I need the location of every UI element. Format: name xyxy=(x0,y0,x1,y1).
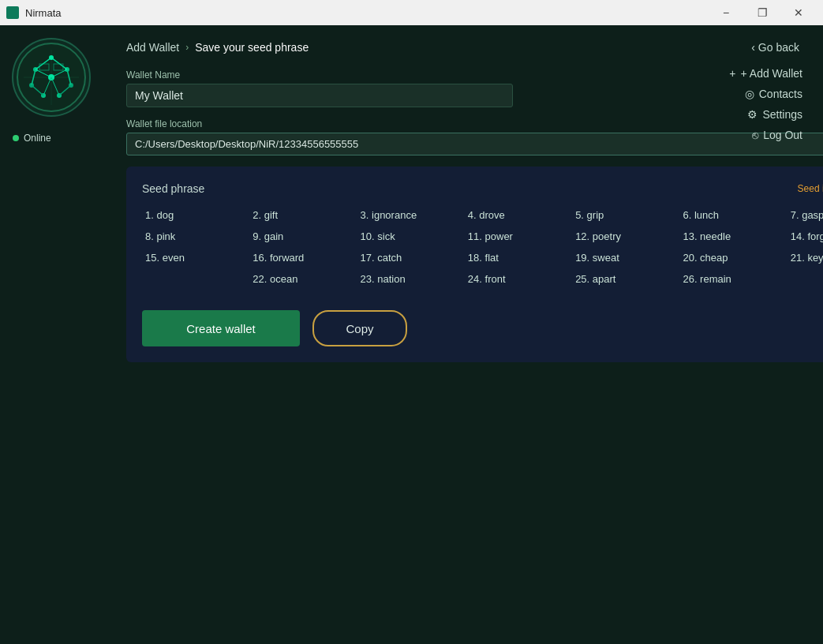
seed-word: 23. nation xyxy=(357,271,462,286)
seed-word: 2. gift xyxy=(249,208,354,223)
seed-word: 6. lunch xyxy=(679,208,784,223)
seed-word: 13. needle xyxy=(679,229,784,244)
logout-icon: ⎋ xyxy=(752,129,758,141)
seed-word xyxy=(787,271,823,286)
breadcrumb-current: Save your seed phrase xyxy=(195,41,309,54)
seed-word: 10. sick xyxy=(357,229,462,244)
seed-word: 9. gain xyxy=(249,229,354,244)
seed-word: 8. pink xyxy=(142,229,246,244)
gear-icon: ⚙ xyxy=(747,108,758,121)
add-wallet-label: + Add Wallet xyxy=(741,67,802,80)
wallet-name-group: Wallet Name xyxy=(126,69,799,107)
seed-word: 16. forward xyxy=(249,250,354,265)
go-back-label: Go back xyxy=(758,41,799,54)
seed-word: 3. ignorance xyxy=(357,208,462,223)
seed-word: 22. ocean xyxy=(249,271,354,286)
sidebar: Online xyxy=(0,25,103,644)
status-dot xyxy=(13,135,19,141)
copy-button[interactable]: Copy xyxy=(312,310,407,346)
seed-word: 4. drove xyxy=(465,208,569,223)
seed-word: 1. dog xyxy=(142,208,246,223)
title-bar-controls: − ❐ ✕ xyxy=(708,0,817,25)
seed-word: 18. flat xyxy=(465,250,569,265)
buttons-row: Create wallet Copy xyxy=(142,310,823,346)
logo-svg xyxy=(16,42,87,113)
seed-word: 26. remain xyxy=(679,271,784,286)
seed-unsecured-badge: Seed is unsecured 🔒 xyxy=(798,183,823,195)
app-title: Nirmata xyxy=(25,7,62,19)
title-bar: Nirmata − ❐ ✕ xyxy=(0,0,823,25)
settings-nav[interactable]: ⚙ Settings xyxy=(743,106,807,123)
seed-word: 11. power xyxy=(465,229,569,244)
seed-word: 21. key xyxy=(787,250,823,265)
settings-label: Settings xyxy=(762,108,802,121)
title-bar-left: Nirmata xyxy=(6,6,62,19)
app-body: Online + + Add Wallet ◎ Contacts ⚙ Setti… xyxy=(0,25,823,644)
seed-word: 12. poetry xyxy=(572,229,676,244)
contacts-nav[interactable]: ◎ Contacts xyxy=(740,85,807,103)
file-location-label: Wallet file location xyxy=(126,118,799,129)
seed-word: 17. catch xyxy=(357,250,462,265)
add-wallet-nav[interactable]: + + Add Wallet xyxy=(724,65,807,82)
seed-word xyxy=(142,271,246,286)
close-button[interactable]: ✕ xyxy=(780,0,817,25)
seed-phrase-box: Seed phrase Seed is unsecured 🔒 1. dog2.… xyxy=(126,167,823,362)
seed-word: 19. sweat xyxy=(572,250,676,265)
seed-unsecured-label: Seed is unsecured xyxy=(798,183,823,194)
status-label: Online xyxy=(24,133,51,144)
seed-word: 15. even xyxy=(142,250,246,265)
seed-word: 24. front xyxy=(465,271,569,286)
seed-phrase-title: Seed phrase xyxy=(142,182,204,195)
app-icon xyxy=(6,6,19,19)
maximize-button[interactable]: ❐ xyxy=(744,0,780,25)
add-icon: + xyxy=(729,67,735,80)
breadcrumb: Add Wallet › Save your seed phrase ‹ Go … xyxy=(126,41,799,54)
create-wallet-button[interactable]: Create wallet xyxy=(142,310,300,346)
top-nav: + + Add Wallet ◎ Contacts ⚙ Settings ⎋ L… xyxy=(724,65,807,144)
file-location-group: Wallet file location xyxy=(126,118,799,155)
seed-word: 25. apart xyxy=(572,271,676,286)
online-status: Online xyxy=(0,129,64,147)
logout-label: Log Out xyxy=(763,129,802,141)
logo-container xyxy=(12,38,91,117)
seed-words-grid: 1. dog2. gift3. ignorance4. drove5. grip… xyxy=(142,208,823,286)
file-location-input[interactable] xyxy=(126,133,823,155)
go-back-button[interactable]: ‹ Go back xyxy=(751,41,799,54)
seed-word: 14. forgive xyxy=(787,229,823,244)
contacts-label: Contacts xyxy=(759,88,802,100)
contacts-icon: ◎ xyxy=(745,88,754,100)
wallet-name-label: Wallet Name xyxy=(126,69,799,80)
wallet-name-input[interactable] xyxy=(126,84,513,107)
breadcrumb-parent[interactable]: Add Wallet xyxy=(126,41,179,54)
back-chevron-icon: ‹ xyxy=(751,41,755,54)
logout-nav[interactable]: ⎋ Log Out xyxy=(747,126,807,144)
minimize-button[interactable]: − xyxy=(708,0,744,25)
breadcrumb-separator: › xyxy=(185,42,189,53)
seed-phrase-header: Seed phrase Seed is unsecured 🔒 xyxy=(142,182,823,195)
main-content: + + Add Wallet ◎ Contacts ⚙ Settings ⎋ L… xyxy=(103,25,823,644)
seed-word: 20. cheap xyxy=(679,250,784,265)
seed-word: 7. gasp xyxy=(787,208,823,223)
seed-word: 5. grip xyxy=(572,208,676,223)
